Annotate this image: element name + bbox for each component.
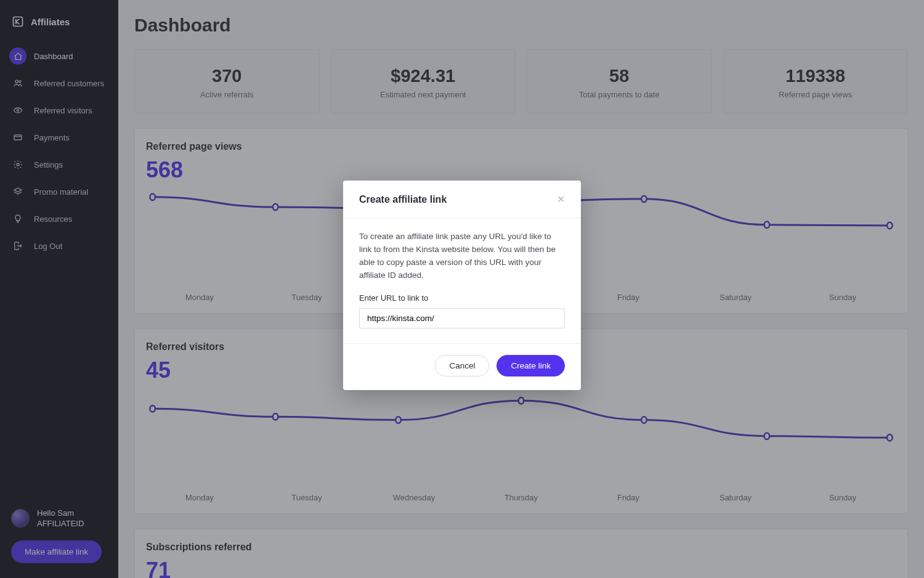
affiliate-url-input[interactable] [359,308,565,328]
modal-header: Create affiliate link ✕ [343,181,581,218]
create-link-button[interactable]: Create link [496,355,565,377]
cancel-button[interactable]: Cancel [435,355,489,377]
modal-body: To create an affiliate link paste any UR… [343,218,581,343]
modal-input-label: Enter URL to link to [359,292,565,304]
modal-create-affiliate-link: Create affiliate link ✕ To create an aff… [343,181,581,390]
close-icon[interactable]: ✕ [557,195,565,205]
modal-title: Create affiliate link [359,194,447,205]
modal-description: To create an affiliate link paste any UR… [359,230,565,282]
modal-footer: Cancel Create link [343,343,581,390]
